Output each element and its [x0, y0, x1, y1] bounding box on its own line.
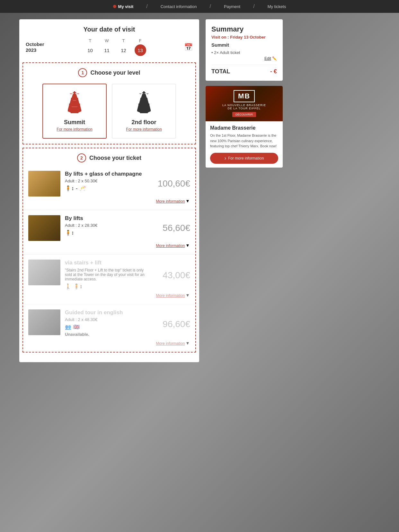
ticket-item-champagne[interactable]: By lifts + glass of champagne Adult : 2 …: [23, 166, 195, 210]
ticket-info-champagne: By lifts + glass of champagne Adult : 2 …: [65, 171, 150, 193]
ticket-price-champagne: 100,60€: [155, 179, 190, 189]
ticket-row-guided: Guided tour in english Adult : 2 x 48.30…: [28, 309, 190, 339]
svg-rect-5: [71, 98, 78, 99]
day-12[interactable]: 12: [118, 44, 129, 56]
svg-marker-22: [137, 105, 151, 110]
nav-step-contact[interactable]: Contact information: [161, 4, 197, 9]
step1-header: 1 Choose your level: [23, 63, 195, 80]
uk-flag-icon: 🇬🇧: [73, 324, 80, 330]
promo-description: On the 1st Floor, Madame Brasserie is th…: [210, 133, 278, 149]
svg-rect-9: [68, 110, 81, 111]
svg-marker-4: [72, 94, 77, 98]
left-panel: Your date of visit October 2023 T 10 W 1…: [19, 19, 199, 362]
step1-circle: 1: [78, 68, 87, 77]
day-col-0: T 10: [84, 38, 96, 56]
svg-rect-3: [74, 91, 75, 94]
ticket-row-stairs: via stairs + lift "Stairs 2nd Floor + Li…: [28, 260, 190, 291]
day-10[interactable]: 10: [84, 44, 96, 56]
step1-title: Choose your level: [90, 69, 140, 76]
level-cards: Summit For more information: [23, 80, 195, 144]
svg-marker-18: [141, 94, 147, 98]
svg-rect-21: [138, 104, 149, 105]
ticket-adult-guided: Adult : 2 x 48.30€: [65, 317, 150, 322]
svg-rect-25: [140, 113, 148, 113]
calendar-section: Your date of visit October 2023 T 10 W 1…: [19, 19, 199, 59]
promo-decouvrir-btn[interactable]: DÉCOUVRIR: [232, 112, 256, 117]
day-col-2: T 12: [118, 38, 129, 56]
promo-subtitle-line1: LA NOUVELLE BRASSERIE: [222, 104, 266, 107]
ticket-icons-champagne: 🧍↕ - 🥂: [65, 185, 150, 191]
svg-marker-16: [146, 93, 149, 95]
summary-total-row: TOTAL - €: [211, 65, 277, 75]
svg-marker-1: [70, 93, 72, 95]
ticket-img-lifts: [28, 215, 60, 241]
svg-marker-8: [68, 105, 81, 110]
svg-rect-23: [137, 110, 151, 111]
summary-edit-button[interactable]: Edit ✏️: [211, 56, 277, 61]
summit-more-info[interactable]: For more information: [51, 127, 98, 132]
right-panel: Summary Visit on : Friday 13 October Sum…: [206, 19, 283, 168]
promo-subtitle-line2: DE LA TOUR EIFFEL: [227, 107, 261, 110]
step-divider-3: /: [253, 4, 254, 9]
promo-logo: MB: [234, 90, 255, 102]
summary-ticket-line: 2× Adult ticket: [211, 50, 277, 55]
step-dot-1: [113, 5, 116, 8]
ticket-name-guided: Guided tour in english: [65, 309, 150, 316]
stairs-lift-icon: 🧍↕: [73, 283, 82, 289]
ticket-icons-lifts: 🧍↕: [65, 230, 150, 236]
svg-rect-7: [69, 104, 80, 105]
lift-icon-only: 🧍↕: [65, 230, 74, 236]
svg-marker-24: [137, 111, 151, 113]
ticket-img-guided: [28, 309, 60, 335]
more-info-champagne[interactable]: More information ▾: [28, 197, 190, 206]
2nd-floor-more-info[interactable]: For more information: [120, 127, 168, 132]
summit-label: Summit: [51, 119, 98, 126]
summit-tower-icon: [51, 91, 98, 116]
nav-step-payment[interactable]: Payment: [224, 4, 240, 9]
calendar-title: Your date of visit: [26, 26, 193, 33]
top-navigation: My visit / Contact information / Payment…: [0, 0, 399, 13]
svg-rect-17: [143, 91, 145, 94]
2nd-floor-label: 2nd floor: [120, 119, 168, 126]
ticket-price-lifts: 56,60€: [155, 223, 190, 233]
day-11[interactable]: 11: [101, 44, 113, 56]
stairs-warning: "Stairs 2nd Floor + Lift to the top" tic…: [65, 268, 150, 281]
summary-level: Summit: [211, 42, 277, 48]
ticket-name-lifts: By lifts: [65, 215, 150, 222]
more-info-stairs: More information ▾: [28, 291, 190, 301]
ticket-price-guided: 96,60€: [155, 319, 190, 329]
more-info-guided: More information ▾: [28, 339, 190, 349]
ticket-item-lifts[interactable]: By lifts Adult : 2 x 28.30€ 🧍↕ 56,60€ Mo…: [23, 210, 195, 254]
ticket-info-lifts: By lifts Adult : 2 x 28.30€ 🧍↕: [65, 215, 150, 237]
level-card-2nd-floor[interactable]: 2nd floor For more information: [112, 84, 176, 139]
ticket-adult-champagne: Adult : 2 x 50.30€: [65, 179, 150, 183]
ticket-info-guided: Guided tour in english Adult : 2 x 48.30…: [65, 309, 150, 339]
svg-marker-20: [139, 99, 149, 104]
nav-step-tickets[interactable]: My tickets: [268, 4, 286, 9]
calendar-icon[interactable]: 📅: [184, 43, 193, 51]
promo-image: MB LA NOUVELLE BRASSERIE DE LA TOUR EIFF…: [206, 86, 283, 121]
step2-circle: 2: [77, 153, 86, 162]
main-container: Your date of visit October 2023 T 10 W 1…: [0, 13, 399, 369]
day-columns: T 10 W 11 T 12 F 13: [51, 38, 179, 56]
ticket-icons-stairs: 🚶 🧍↕: [65, 283, 150, 289]
step-divider-2: /: [209, 4, 211, 9]
step-divider-1: /: [146, 4, 147, 9]
step2-section: 2 Choose your ticket By lifts + glass of…: [22, 148, 196, 353]
ticket-info-stairs: via stairs + lift "Stairs 2nd Floor + Li…: [65, 260, 150, 291]
more-info-lifts[interactable]: More information ▾: [28, 241, 190, 251]
day-13-selected[interactable]: 13: [135, 44, 146, 56]
level-card-summit[interactable]: Summit For more information: [42, 84, 107, 139]
stairs-icon: 🚶: [65, 283, 71, 289]
ticket-icons-guided: 👥 🇬🇧: [65, 324, 150, 330]
ticket-img-stairs: [28, 260, 60, 285]
nav-step-my-visit[interactable]: My visit: [113, 4, 134, 9]
dash-icon: -: [76, 186, 77, 191]
ticket-name-stairs: via stairs + lift: [65, 260, 150, 266]
svg-rect-19: [140, 98, 147, 99]
ticket-row-lifts: By lifts Adult : 2 x 28.30€ 🧍↕ 56,60€: [28, 215, 190, 241]
unavailable-label: Unavailable.: [65, 332, 150, 337]
step2-header: 2 Choose your ticket: [23, 148, 195, 166]
svg-rect-11: [71, 113, 78, 113]
promo-action-button[interactable]: For more information: [210, 153, 278, 164]
